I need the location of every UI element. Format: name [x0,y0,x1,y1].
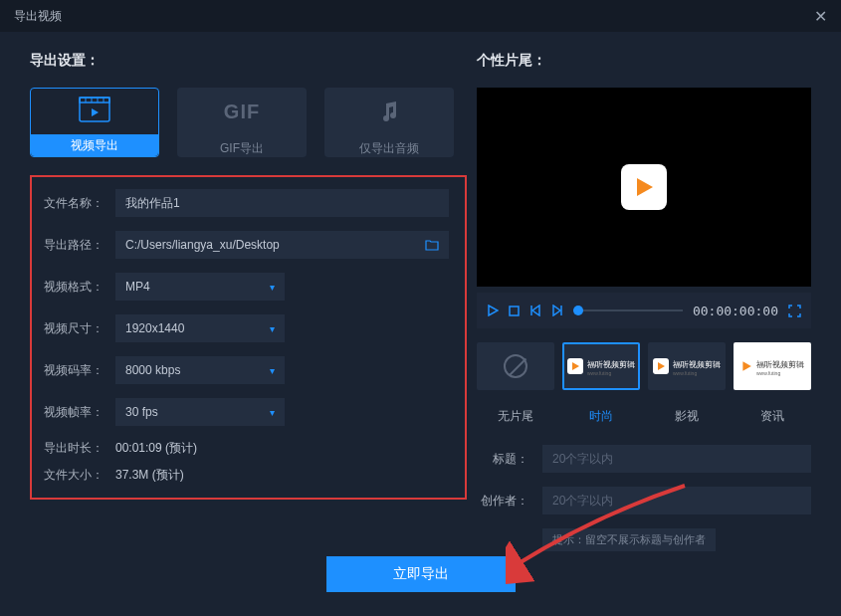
creator-input[interactable] [542,487,811,514]
tab-gif-export[interactable]: GIF GIF导出 [177,88,307,157]
svg-marker-14 [572,362,579,370]
tail-section-title: 个性片尾： [477,52,811,70]
prev-icon[interactable] [529,305,541,316]
path-label: 导出路径： [44,237,115,254]
size-select[interactable]: 1920x1440▾ [115,314,285,342]
tab-audio-export[interactable]: 仅导出音频 [324,88,454,157]
tail-movie[interactable]: 福听视频剪辑www.futing [648,342,726,390]
tail-news[interactable]: 福听视频剪辑www.futing [734,342,811,390]
bitrate-label: 视频码率： [44,362,115,379]
chevron-down-icon: ▾ [270,282,275,293]
tail-panel: 个性片尾： 00:00:00:00 福听视频剪辑www.futing 福听视频剪… [477,52,811,551]
film-icon [79,97,110,122]
tail-none-label: 无片尾 [477,408,554,425]
title-input[interactable] [542,445,811,473]
close-icon[interactable]: ✕ [814,7,827,26]
export-type-tabs: 视频导出 GIF GIF导出 仅导出音频 [30,88,467,157]
video-preview [477,88,811,287]
svg-marker-6 [92,108,99,116]
tail-movie-label: 影视 [648,408,726,425]
svg-rect-0 [80,98,109,121]
size-label: 视频尺寸： [44,320,115,337]
seek-bar[interactable] [573,309,683,311]
tab-audio-label: 仅导出音频 [359,140,419,157]
filename-label: 文件名称： [44,195,115,212]
tail-fashion-label: 时尚 [562,408,640,425]
tail-fashion[interactable]: 福听视频剪辑www.futing [562,342,640,390]
duration-value: 00:01:09 (预计) [115,440,197,457]
creator-field-label: 创作者： [477,493,542,510]
export-settings-title: 导出设置： [30,52,467,70]
filename-input[interactable] [115,189,449,217]
svg-marker-7 [637,178,653,196]
svg-rect-1 [80,98,109,103]
svg-marker-16 [742,361,750,371]
filesize-label: 文件大小： [44,467,115,484]
svg-marker-12 [553,306,560,315]
timecode: 00:00:00:00 [693,304,778,318]
folder-icon[interactable] [425,239,439,251]
format-label: 视频格式： [44,279,115,296]
svg-rect-9 [510,307,519,315]
tab-video-export[interactable]: 视频导出 [30,88,159,157]
seek-handle[interactable] [573,306,583,315]
chevron-down-icon: ▾ [270,323,275,334]
none-icon [504,354,527,378]
gif-icon: GIF [224,101,260,123]
format-select[interactable]: MP4▾ [115,273,285,301]
play-icon[interactable] [487,305,499,316]
tab-video-label: 视频导出 [71,137,118,154]
fps-select[interactable]: 30 fps▾ [115,398,285,426]
svg-marker-15 [658,362,665,370]
export-button[interactable]: 立即导出 [326,556,516,592]
fullscreen-icon[interactable] [788,305,801,317]
chevron-down-icon: ▾ [270,365,275,376]
path-input[interactable]: C:/Users/liangya_xu/Desktop [115,231,449,259]
export-settings-panel: 导出设置： 视频导出 GIF GIF导出 仅导出音频 文件名称： [30,52,467,551]
tail-options: 福听视频剪辑www.futing 福听视频剪辑www.futing 福听视频剪辑… [477,342,811,390]
window-title: 导出视频 [14,8,62,25]
bitrate-select[interactable]: 8000 kbps▾ [115,356,285,384]
titlebar: 导出视频 ✕ [0,0,841,32]
app-logo-icon [621,164,667,210]
filesize-value: 37.3M (预计) [115,467,184,484]
preview-controls: 00:00:00:00 [477,293,811,328]
path-value: C:/Users/liangya_xu/Desktop [125,238,280,252]
tail-news-label: 资讯 [734,408,811,425]
music-note-icon [379,102,399,123]
chevron-down-icon: ▾ [270,407,275,418]
hint-text: 提示：留空不展示标题与创作者 [542,528,716,551]
svg-marker-10 [532,306,539,315]
title-field-label: 标题： [477,451,542,468]
tab-gif-label: GIF导出 [220,140,264,157]
svg-marker-8 [489,306,498,315]
export-form-highlight: 文件名称： 导出路径： C:/Users/liangya_xu/Desktop … [30,175,467,500]
stop-icon[interactable] [509,306,520,316]
tail-none[interactable] [477,342,554,390]
fps-label: 视频帧率： [44,404,115,421]
next-icon[interactable] [551,305,563,316]
duration-label: 导出时长： [44,440,115,457]
